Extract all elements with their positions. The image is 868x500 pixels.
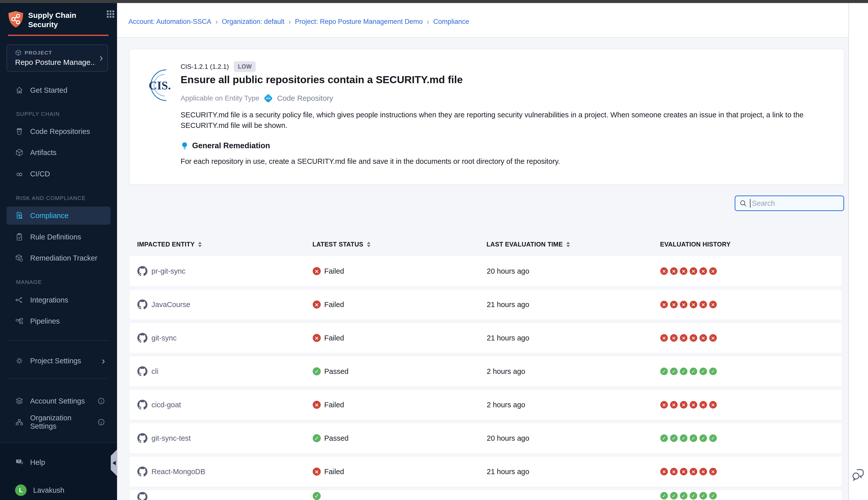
search-input[interactable] [751,199,840,208]
table-row[interactable]: pr-git-sync × Failed 20 hours ago ×××××× [129,256,842,286]
home-icon [15,86,24,94]
status-badge: × Failed [313,468,487,476]
table-row[interactable]: git-sync × Failed 21 hours ago ×××××× [129,322,842,353]
failed-history-icon: × [709,301,717,308]
column-header-last-evaluation-time[interactable]: LAST EVALUATION TIME [486,241,660,248]
failed-history-icon: × [670,401,678,409]
cis-logo-text: CIS. [149,79,171,92]
status-icon: ✓ [313,434,321,442]
status-label: Failed [324,267,344,275]
table-row[interactable]: JavaCourse × Failed 21 hours ago ×××××× [129,289,842,320]
history-icons: ×××××× [660,468,842,475]
breadcrumb-project[interactable]: Project: Repo Posture Management Demo [295,18,423,26]
divider [8,378,108,379]
passed-history-icon: ✓ [680,434,687,442]
sidebar-item-account-settings[interactable]: Account Settings [7,392,111,410]
github-icon [137,467,148,477]
column-header-impacted-entity[interactable]: IMPACTED ENTITY [137,241,312,248]
failed-history-icon: × [660,267,668,275]
passed-history-icon: ✓ [690,492,697,500]
failed-history-icon: × [690,468,697,475]
entity-name: cli [151,367,158,376]
project-cube-icon [15,49,22,56]
table-row[interactable]: cli ✓ Passed 2 hours ago ✓✓✓✓✓✓ [129,356,842,387]
failed-history-icon: × [709,334,717,342]
sidebar-item-project-settings[interactable]: Project Settings › [7,352,111,370]
code-repository-icon: </> [15,127,24,136]
failed-history-icon: × [660,401,668,409]
table-row[interactable]: React-MongoDB × Failed 21 hours ago ××××… [129,456,842,487]
divider [8,340,108,341]
failed-history-icon: × [660,334,668,342]
status-badge: × Failed [313,300,487,309]
status-label: Failed [324,334,344,342]
search-box [734,195,844,211]
chevron-right-icon: › [100,53,103,63]
search-icon [739,200,747,207]
entity-name: React-MongoDB [151,468,205,476]
user-menu[interactable]: L Lavakush [7,481,111,499]
github-icon [137,366,148,376]
breadcrumb-organization[interactable]: Organization: default [222,18,284,26]
status-icon: ✓ [313,367,321,375]
history-icons: ×××××× [660,301,842,308]
section-label-manage: MANAGE [16,279,42,285]
github-icon [137,433,148,443]
evaluation-time: 21 hours ago [487,468,660,476]
breadcrumb-separator: › [215,17,218,26]
failed-history-icon: × [670,267,678,275]
sidebar-item-organization-settings[interactable]: Organization Settings [7,413,111,431]
sidebar-item-get-started[interactable]: Get Started [7,81,111,99]
entity-name: cicd-goat [151,401,181,409]
gear-icon [15,356,24,365]
column-header-latest-status[interactable]: LATEST STATUS [312,241,486,248]
failed-history-icon: × [709,468,717,475]
passed-history-icon: ✓ [690,434,697,442]
breadcrumb-compliance[interactable]: Compliance [433,18,469,26]
table-row[interactable]: git-sync-test ✓ Passed 20 hours ago ✓✓✓✓… [129,423,842,454]
severity-badge: LOW [234,61,256,72]
clipboard-check-icon [15,233,24,241]
rule-description: SECURITY.md file is a security policy fi… [181,110,836,130]
breadcrumb-account[interactable]: Account: Automation-SSCA [128,18,211,26]
table-row[interactable]: cicd-goat × Failed 2 hours ago ×××××× [129,389,842,420]
table-row[interactable]: ✓ ✓✓✓✓✓✓ [129,490,842,500]
info-icon[interactable] [97,397,105,405]
status-badge: × Failed [313,267,487,275]
failed-history-icon: × [680,401,687,409]
app-switcher-grid-icon[interactable] [105,9,116,20]
evaluation-time: 20 hours ago [487,434,660,442]
passed-history-icon: ✓ [699,434,707,442]
info-icon[interactable] [97,418,105,426]
sidebar-item-compliance[interactable]: Compliance [7,206,111,225]
breadcrumb: Account: Automation-SSCA › Organization:… [128,17,469,26]
status-badge: × Failed [313,401,487,409]
sidebar-item-integrations[interactable]: Integrations [7,291,111,309]
sidebar-item-cicd[interactable]: ∞ CI/CD [7,165,111,183]
sort-icon [198,242,202,247]
project-selector[interactable]: PROJECT Repo Posture Manage... › [7,45,108,72]
passed-history-icon: ✓ [680,492,687,500]
sidebar-item-help[interactable]: ? Help [7,453,111,471]
failed-history-icon: × [709,401,717,409]
sidebar-item-pipelines[interactable]: Pipelines [7,312,111,330]
github-icon [137,492,148,500]
status-icon: × [313,300,321,308]
sidebar-item-remediation-tracker[interactable]: Remediation Tracker [7,249,111,267]
failed-history-icon: × [699,267,707,275]
passed-history-icon: ✓ [699,367,707,375]
page-header: Account: Automation-SSCA › Organization:… [117,3,848,38]
status-icon: × [313,334,321,342]
sidebar-item-rule-definitions[interactable]: Rule Definitions [7,228,111,246]
sidebar-item-code-repositories[interactable]: </> Code Repositories [7,122,111,140]
chat-support-icon[interactable] [851,467,866,482]
failed-history-icon: × [699,401,707,409]
history-icons: ✓✓✓✓✓✓ [660,367,842,375]
failed-history-icon: × [660,468,668,475]
sidebar-item-artifacts[interactable]: Artifacts [7,144,111,161]
sort-icon [566,242,570,247]
organization-icon [15,418,24,427]
passed-history-icon: ✓ [670,434,678,442]
avatar: L [15,485,27,496]
status-label: Passed [324,434,349,442]
